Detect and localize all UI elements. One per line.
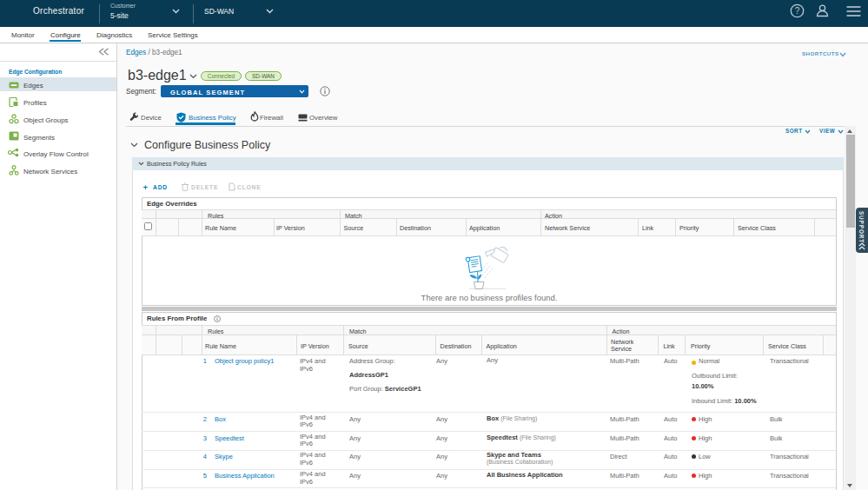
svg-text:?: ? xyxy=(795,6,800,16)
